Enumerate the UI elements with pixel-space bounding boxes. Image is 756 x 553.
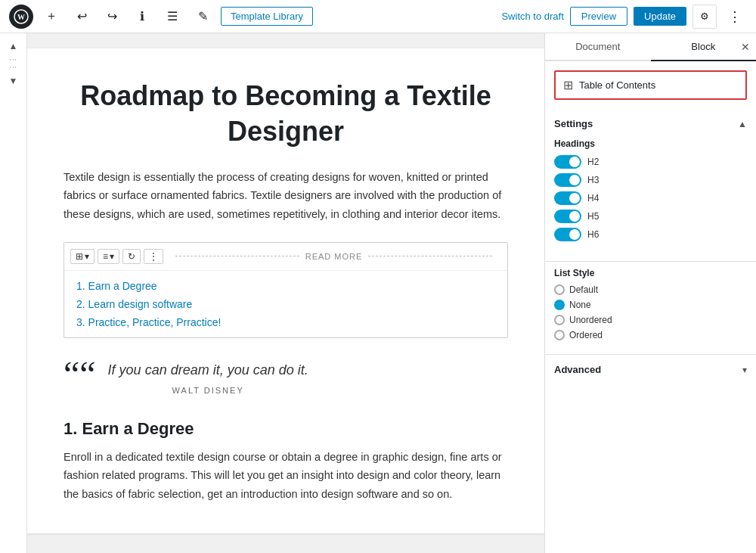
wp-logo[interactable]: W xyxy=(9,5,33,29)
heading-h3-label: H3 xyxy=(587,175,599,185)
heading-h2-label: H2 xyxy=(587,157,599,167)
panel-tabs: Document Block ✕ xyxy=(545,33,756,61)
scroll-down-arrow[interactable]: ▼ xyxy=(6,74,21,88)
settings-gear-button[interactable]: ⚙ xyxy=(692,5,717,29)
align-icon: ≡ xyxy=(103,251,108,262)
list-style-ordered-radio[interactable] xyxy=(554,330,565,340)
pullquote-mark: ““ xyxy=(64,356,96,393)
undo-button[interactable]: ↩ xyxy=(70,5,94,29)
post-title[interactable]: Roadmap to Becoming a Textile Designer xyxy=(64,79,508,150)
block-selector-label: Table of Contents xyxy=(579,79,655,91)
toc-item-2[interactable]: 2. Learn design software xyxy=(76,298,495,310)
list-style-ordered-label: Ordered xyxy=(569,330,603,340)
scroll-up-arrow[interactable]: ▲ xyxy=(6,39,21,53)
advanced-label: Advanced xyxy=(554,364,601,375)
read-more-dash-right xyxy=(368,256,492,256)
settings-header[interactable]: Settings ▲ xyxy=(554,118,747,129)
list-style-none-label: None xyxy=(569,300,591,310)
headings-label: Headings xyxy=(554,138,747,149)
svg-text:W: W xyxy=(17,13,25,21)
edit-button[interactable]: ✎ xyxy=(191,5,215,29)
list-style-section: List Style Default None Unordered Ordere… xyxy=(545,268,756,354)
pullquote-block: ““ If you can dream it, you can do it. W… xyxy=(64,356,508,401)
list-style-ordered-row: Ordered xyxy=(554,330,747,340)
settings-section: Settings ▲ Headings H2 H3 H4 H5 xyxy=(545,109,756,255)
tab-document[interactable]: Document xyxy=(545,33,651,61)
main-layout: ▲ ⋮⋮ ▼ Roadmap to Becoming a Textile Des… xyxy=(0,33,756,553)
topbar-right: Switch to draft Preview Update ⚙ ⋮ xyxy=(501,5,747,29)
heading-h4-row: H4 xyxy=(554,191,747,205)
left-sidebar: ▲ ⋮⋮ ▼ xyxy=(0,33,27,553)
list-style-default-row: Default xyxy=(554,284,747,295)
template-library-button[interactable]: Template Library xyxy=(221,7,313,26)
read-more-toc-block: ⊞ ▾ ≡ ▾ ↻ ⋮ READ MORE xyxy=(64,242,508,338)
heading-h3-row: H3 xyxy=(554,173,747,187)
block-selector[interactable]: ⊞ Table of Contents xyxy=(554,70,747,100)
panel-close-button[interactable]: ✕ xyxy=(741,41,750,53)
list-style-default-radio[interactable] xyxy=(554,284,565,295)
heading-h5-row: H5 xyxy=(554,210,747,223)
read-more-label: READ MORE xyxy=(305,252,363,261)
preview-button[interactable]: Preview xyxy=(570,7,627,26)
read-more-toolbar: ⊞ ▾ ≡ ▾ ↻ ⋮ READ MORE xyxy=(64,243,507,271)
list-style-unordered-radio[interactable] xyxy=(554,315,565,325)
block-selector-icon: ⊞ xyxy=(563,78,573,92)
pullquote-content: If you can dream it, you can do it. WALT… xyxy=(108,362,308,395)
align-button[interactable]: ≡ ▾ xyxy=(98,249,119,264)
heading-h5-label: H5 xyxy=(587,211,599,222)
pullquote-author: WALT DISNEY xyxy=(108,386,308,395)
heading-h3-toggle[interactable] xyxy=(554,173,581,187)
toc-block: 1. Earn a Degree 2. Learn design softwar… xyxy=(64,271,507,337)
right-panel: Document Block ✕ ⊞ Table of Contents Set… xyxy=(544,33,756,553)
list-view-button[interactable]: ☰ xyxy=(160,5,184,29)
toc-item-1[interactable]: 1. Earn a Degree xyxy=(76,280,495,292)
heading-h4-toggle[interactable] xyxy=(554,191,581,205)
refresh-button[interactable]: ↻ xyxy=(122,249,141,264)
editor-area: Roadmap to Becoming a Textile Designer T… xyxy=(27,33,544,553)
read-more-line: READ MORE xyxy=(166,246,501,267)
redo-button[interactable]: ↪ xyxy=(100,5,124,29)
topbar: W ＋ ↩ ↪ ℹ ☰ ✎ Template Library Switch to… xyxy=(0,0,756,33)
update-button[interactable]: Update xyxy=(634,7,686,26)
heading-h6-label: H6 xyxy=(587,229,599,240)
section1-heading[interactable]: 1. Earn a Degree xyxy=(64,419,508,439)
settings-collapse-arrow: ▲ xyxy=(738,119,747,129)
more-block-options-button[interactable]: ⋮ xyxy=(144,249,163,264)
switch-draft-button[interactable]: Switch to draft xyxy=(501,11,563,22)
heading-h2-row: H2 xyxy=(554,155,747,169)
list-style-unordered-row: Unordered xyxy=(554,315,747,325)
heading-h6-row: H6 xyxy=(554,228,747,241)
info-button[interactable]: ℹ xyxy=(130,5,154,29)
toc-icon: ⊞ xyxy=(76,251,83,262)
pullquote-text: If you can dream it, you can do it. xyxy=(108,362,308,378)
list-style-none-row: None xyxy=(554,300,747,310)
intro-paragraph[interactable]: Textile design is essentially the proces… xyxy=(64,168,508,224)
section1-body[interactable]: Enroll in a dedicated textile design cou… xyxy=(64,448,508,504)
advanced-section: Advanced ▾ xyxy=(545,354,756,384)
read-more-dash-left xyxy=(175,256,299,256)
advanced-header[interactable]: Advanced ▾ xyxy=(554,364,747,375)
settings-label: Settings xyxy=(554,118,593,129)
list-style-default-label: Default xyxy=(569,284,598,295)
heading-h6-toggle[interactable] xyxy=(554,228,581,241)
heading-h5-toggle[interactable] xyxy=(554,210,581,223)
editor-content: Roadmap to Becoming a Textile Designer T… xyxy=(27,48,544,533)
move-handle[interactable]: ⋮⋮ xyxy=(9,56,17,71)
list-style-unordered-label: Unordered xyxy=(569,315,612,325)
list-style-none-radio[interactable] xyxy=(554,300,565,310)
toc-icon-button[interactable]: ⊞ ▾ xyxy=(70,249,94,264)
heading-h2-toggle[interactable] xyxy=(554,155,581,169)
panel-separator-1 xyxy=(545,261,756,262)
advanced-expand-arrow: ▾ xyxy=(742,365,747,375)
align-dropdown-arrow: ▾ xyxy=(110,251,114,262)
list-style-label: List Style xyxy=(554,268,747,278)
toc-dropdown-arrow: ▾ xyxy=(85,251,89,262)
heading-h4-label: H4 xyxy=(587,193,599,203)
add-block-button[interactable]: ＋ xyxy=(39,5,64,29)
more-options-button[interactable]: ⋮ xyxy=(723,5,747,29)
toc-item-3[interactable]: 3. Practice, Practice, Prractice! xyxy=(76,316,495,328)
